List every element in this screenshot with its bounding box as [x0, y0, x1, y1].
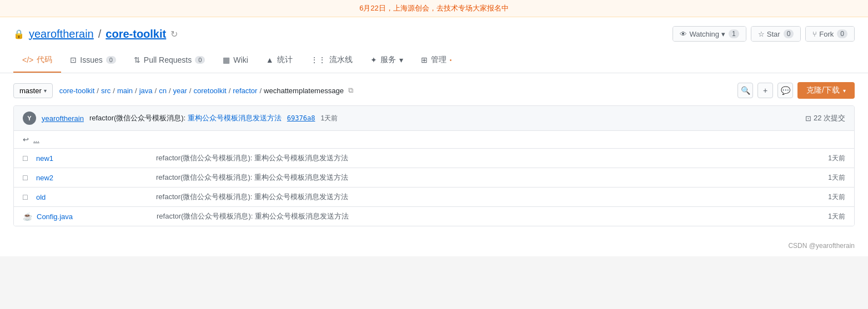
- file-time-old: 1天前: [812, 193, 845, 202]
- services-chevron: ▾: [399, 55, 403, 64]
- tab-pipeline[interactable]: ⋮⋮ 流水线: [302, 48, 362, 73]
- code-icon: </>: [22, 55, 33, 64]
- table-row: □ new1 refactor(微信公众号模板消息): 重构公众号模板消息发送方…: [14, 149, 854, 168]
- manage-icon: ⊞: [421, 55, 428, 64]
- commit-msg-highlight: 重构公众号模板消息发送方法: [188, 114, 282, 122]
- repo-title: 🔒 yearoftherain / core-toolkit ↻: [13, 28, 178, 40]
- table-row: □ old refactor(微信公众号模板消息): 重构公众号模板消息发送方法…: [14, 188, 854, 207]
- repo-owner[interactable]: yearoftherain: [29, 28, 94, 40]
- breadcrumb-sep-2: /: [113, 87, 115, 95]
- branch-name: master: [19, 87, 42, 95]
- commit-msg-prefix: refactor(微信公众号模板消息):: [89, 114, 185, 122]
- clone-chevron-icon: ▾: [843, 88, 846, 94]
- breadcrumb-year[interactable]: year: [173, 87, 187, 95]
- repo-separator: /: [98, 28, 102, 40]
- tab-services-label: 服务: [380, 55, 396, 65]
- comment-button[interactable]: 💬: [777, 83, 793, 98]
- tab-manage[interactable]: ⊞ 管理 •: [412, 48, 461, 73]
- breadcrumb-java[interactable]: java: [139, 87, 153, 95]
- plus-icon: +: [763, 86, 767, 95]
- eye-icon: 👁: [680, 30, 687, 38]
- breadcrumb: core-toolkit / src / main / java / cn / …: [59, 86, 731, 95]
- wiki-icon: ▦: [223, 55, 230, 64]
- folder-icon: □: [23, 173, 32, 182]
- file-commit-msg-new1: refactor(微信公众号模板消息): 重构公众号模板消息发送方法: [147, 153, 812, 163]
- watching-label: Watching: [689, 30, 719, 38]
- breadcrumb-src[interactable]: src: [101, 87, 111, 95]
- stats-icon: ▲: [266, 55, 274, 64]
- file-time-config: 1天前: [812, 212, 845, 221]
- tab-issues-label: Issues: [80, 55, 102, 64]
- repo-name[interactable]: core-toolkit: [106, 28, 166, 40]
- file-commit-msg-new2: refactor(微信公众号模板消息): 重构公众号模板消息发送方法: [147, 173, 812, 183]
- breadcrumb-sep-5: /: [169, 87, 171, 95]
- tab-stats-label: 统计: [277, 55, 293, 65]
- tab-wiki-label: Wiki: [233, 55, 248, 64]
- search-button[interactable]: 🔍: [737, 83, 753, 98]
- copy-icon[interactable]: ⧉: [348, 86, 353, 95]
- comment-icon: 💬: [781, 86, 790, 95]
- tab-pull-requests[interactable]: ⇅ Pull Requests 0: [125, 49, 214, 72]
- watching-button[interactable]: 👁 Watching ▾ 1: [673, 27, 745, 41]
- issues-badge: 0: [106, 56, 116, 64]
- breadcrumb-sep-4: /: [155, 87, 157, 95]
- watching-count: 1: [729, 29, 739, 38]
- commit-count-label: 22 次提交: [814, 113, 845, 123]
- commit-author[interactable]: yearoftherain: [42, 114, 84, 123]
- breadcrumb-main[interactable]: main: [117, 87, 133, 95]
- search-icon: 🔍: [741, 86, 750, 95]
- chevron-down-icon: ▾: [721, 30, 725, 38]
- banner-text: 6月22日，上海源创会，去技术专场大家报名中: [359, 4, 509, 12]
- fork-label: Fork: [819, 30, 834, 38]
- breadcrumb-sep-1: /: [97, 87, 99, 95]
- breadcrumb-cn[interactable]: cn: [159, 87, 167, 95]
- toolbar: master ▾ core-toolkit / src / main / jav…: [13, 82, 855, 99]
- star-icon: ☆: [758, 30, 765, 38]
- fork-button[interactable]: ⑂ Fork 0: [806, 27, 854, 41]
- file-name-new2[interactable]: new2: [36, 174, 147, 182]
- tab-pipeline-label: 流水线: [329, 55, 353, 65]
- breadcrumb-sep-8: /: [259, 87, 262, 95]
- table-row: ☕ Config.java refactor(微信公众号模板消息): 重构公众号…: [14, 207, 854, 226]
- breadcrumb-sep-7: /: [229, 87, 231, 95]
- sync-icon[interactable]: ↻: [170, 29, 178, 39]
- breadcrumb-sep-3: /: [135, 87, 137, 95]
- table-row: □ new2 refactor(微信公众号模板消息): 重构公众号模板消息发送方…: [14, 168, 854, 188]
- repo-header: 🔒 yearoftherain / core-toolkit ↻ 👁 Watch…: [0, 17, 868, 42]
- commit-time: 1天前: [320, 114, 338, 123]
- breadcrumb-core-toolkit[interactable]: core-toolkit: [59, 87, 95, 95]
- clone-button[interactable]: 克隆/下载 ▾: [797, 82, 855, 99]
- commit-count: ⊡ 22 次提交: [805, 113, 845, 123]
- file-time-new1: 1天前: [812, 154, 845, 163]
- clone-label: 克隆/下载: [806, 85, 840, 95]
- breadcrumb-refactor[interactable]: refactor: [233, 87, 257, 95]
- tab-issues[interactable]: ⊡ Issues 0: [61, 49, 125, 72]
- footer-text: CSDN @yearoftherain: [788, 242, 855, 250]
- footer-note: CSDN @yearoftherain: [0, 235, 868, 256]
- manage-dot: •: [450, 57, 452, 63]
- file-name-new1[interactable]: new1: [36, 154, 147, 163]
- commit-hash[interactable]: 69376a8: [287, 114, 315, 122]
- commit-bar: Y yearoftherain refactor(微信公众号模板消息): 重构公…: [14, 106, 854, 131]
- star-button[interactable]: ☆ Star 0: [751, 27, 801, 41]
- breadcrumb-coretoolkit[interactable]: coretoolkit: [193, 87, 226, 95]
- branch-selector[interactable]: master ▾: [13, 83, 53, 98]
- file-name-config[interactable]: Config.java: [37, 212, 148, 221]
- tab-wiki[interactable]: ▦ Wiki: [214, 49, 257, 72]
- file-commit-msg-old: refactor(微信公众号模板消息): 重构公众号模板消息发送方法: [147, 192, 812, 202]
- file-table: Y yearoftherain refactor(微信公众号模板消息): 重构公…: [13, 105, 855, 226]
- fork-icon: ⑂: [812, 30, 817, 38]
- add-file-button[interactable]: +: [757, 83, 773, 98]
- tab-code[interactable]: </> 代码: [13, 48, 61, 73]
- file-name-old[interactable]: old: [36, 193, 147, 201]
- services-icon: ✦: [370, 55, 377, 64]
- fork-count: 0: [837, 29, 847, 38]
- tab-stats[interactable]: ▲ 统计: [257, 48, 302, 73]
- back-link[interactable]: ...: [33, 135, 39, 144]
- tab-manage-label: 管理: [431, 55, 446, 65]
- back-arrow-icon: ↩: [23, 135, 29, 144]
- tab-services[interactable]: ✦ 服务 ▾: [362, 48, 412, 73]
- pr-badge: 0: [195, 56, 205, 64]
- tab-pr-label: Pull Requests: [144, 55, 192, 64]
- breadcrumb-sep-6: /: [189, 87, 192, 95]
